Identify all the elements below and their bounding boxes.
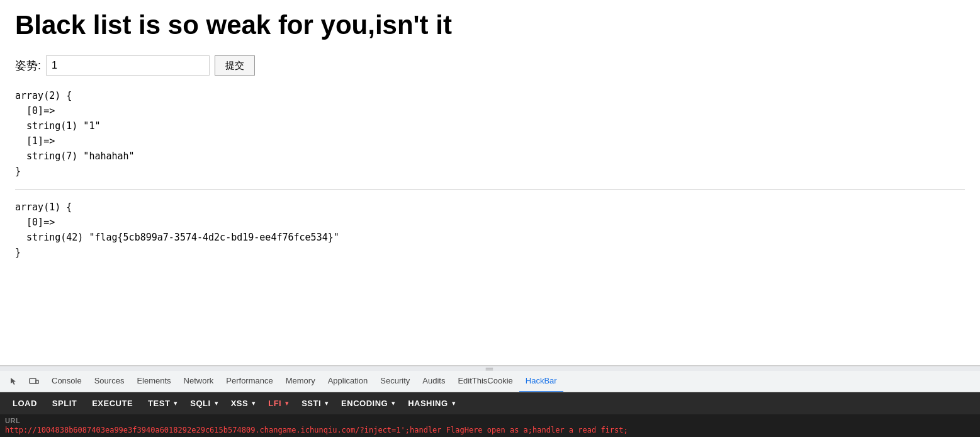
- hackbar-lfi-arrow[interactable]: ▾: [284, 395, 294, 411]
- hackbar-test-arrow[interactable]: ▾: [172, 395, 183, 411]
- hackbar-hashing-arrow[interactable]: ▾: [451, 395, 461, 411]
- svg-rect-1: [36, 380, 38, 383]
- hackbar-encoding-button[interactable]: ENCODING: [334, 395, 390, 412]
- hackbar-ssti-arrow[interactable]: ▾: [324, 395, 334, 411]
- code-output-2: array(1) { [0]=> string(42) "flag{5cb899…: [15, 200, 965, 260]
- cursor-icon: [9, 377, 18, 386]
- tab-console[interactable]: Console: [45, 371, 88, 392]
- main-content: Black list is so weak for you,isn't it 姿…: [0, 0, 980, 365]
- hackbar-lfi-button[interactable]: LFI: [261, 395, 284, 412]
- tab-network[interactable]: Network: [177, 371, 220, 392]
- hackbar: LOADSPLITEXECUTETEST▾SQLI▾XSS▾LFI▾SSTI▾E…: [0, 392, 980, 437]
- tab-elements[interactable]: Elements: [130, 371, 177, 392]
- form-row: 姿势: 提交: [15, 55, 965, 76]
- devtools-tabs: ConsoleSourcesElementsNetworkPerformance…: [0, 371, 980, 392]
- hackbar-test-dropdown: TEST▾: [140, 395, 183, 412]
- form-label: 姿势:: [15, 58, 41, 73]
- tab-editthiscookie[interactable]: EditThisCookie: [451, 371, 519, 392]
- hackbar-split-button[interactable]: SPLIT: [45, 395, 84, 412]
- hackbar-hashing-button[interactable]: HASHING: [400, 395, 450, 412]
- hackbar-load-button[interactable]: LOAD: [5, 395, 45, 412]
- tab-hackbar[interactable]: HackBar: [519, 371, 563, 392]
- hackbar-ssti-button[interactable]: SSTI: [294, 395, 324, 412]
- responsive-icon-btn[interactable]: [25, 373, 43, 390]
- hackbar-lfi-dropdown: LFI▾: [261, 395, 294, 412]
- hackbar-test-button[interactable]: TEST: [140, 395, 172, 412]
- devtools-panel: ═ ConsoleSourcesElementsNetworkPerforman…: [0, 365, 980, 437]
- hackbar-encoding-arrow[interactable]: ▾: [390, 395, 400, 411]
- tab-audits[interactable]: Audits: [416, 371, 451, 392]
- hackbar-toolbar: LOADSPLITEXECUTETEST▾SQLI▾XSS▾LFI▾SSTI▾E…: [0, 392, 980, 414]
- tab-security[interactable]: Security: [374, 371, 416, 392]
- 姿势-input[interactable]: [46, 55, 210, 76]
- responsive-icon: [29, 377, 39, 386]
- tab-memory[interactable]: Memory: [279, 371, 322, 392]
- devtools-tabs-container: ConsoleSourcesElementsNetworkPerformance…: [45, 371, 563, 392]
- hackbar-xss-arrow[interactable]: ▾: [251, 395, 261, 411]
- hackbar-xss-dropdown: XSS▾: [223, 395, 261, 412]
- hackbar-xss-button[interactable]: XSS: [223, 395, 251, 412]
- url-label: URL: [5, 417, 975, 424]
- hackbar-sqli-dropdown: SQLI▾: [183, 395, 223, 412]
- code-output-1: array(2) { [0]=> string(1) "1" [1]=> str…: [15, 88, 965, 179]
- resize-handle[interactable]: ═: [0, 366, 980, 371]
- hackbar-execute-button[interactable]: EXECUTE: [84, 395, 140, 412]
- tab-application[interactable]: Application: [322, 371, 375, 392]
- hackbar-ssti-dropdown: SSTI▾: [294, 395, 334, 412]
- hackbar-hashing-dropdown: HASHING▾: [400, 395, 460, 412]
- submit-button[interactable]: 提交: [215, 55, 255, 76]
- hackbar-url-bar: URL http://1004838b6087403ea99e3f3940a60…: [0, 414, 980, 437]
- hackbar-sqli-arrow[interactable]: ▾: [213, 395, 223, 411]
- cursor-icon-btn[interactable]: [5, 373, 23, 390]
- divider: [15, 189, 965, 190]
- tab-sources[interactable]: Sources: [88, 371, 131, 392]
- svg-rect-0: [30, 378, 36, 383]
- hackbar-sqli-button[interactable]: SQLI: [183, 395, 213, 412]
- tab-performance[interactable]: Performance: [220, 371, 279, 392]
- page-title: Black list is so weak for you,isn't it: [15, 10, 965, 40]
- hackbar-encoding-dropdown: ENCODING▾: [334, 395, 400, 412]
- url-value: http://1004838b6087403ea99e3f3940a601829…: [5, 426, 975, 434]
